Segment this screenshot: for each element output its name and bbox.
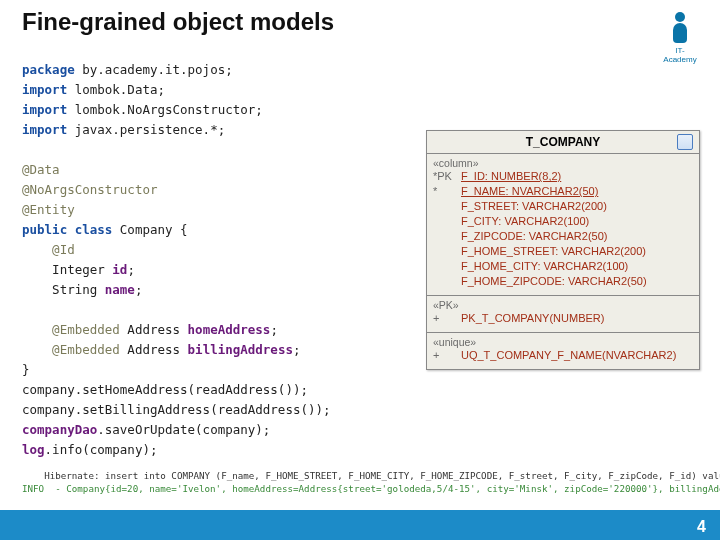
columns-stereotype: «column» xyxy=(433,157,693,169)
table-icon xyxy=(677,134,693,150)
db-column-row: F_HOME_STREET: VARCHAR2(200) xyxy=(433,244,693,259)
db-unique-section: «unique» +UQ_T_COMPANY_F_NAME(NVARCHAR2) xyxy=(427,333,699,369)
page-number: 4 xyxy=(697,518,706,536)
db-column-row: F_HOME_CITY: VARCHAR2(100) xyxy=(433,259,693,274)
logo-label: IT-Academy xyxy=(660,46,700,64)
db-table-header: T_COMPANY xyxy=(427,131,699,154)
db-pk-section: «PK» +PK_T_COMPANY(NUMBER) xyxy=(427,296,699,333)
db-column-row: F_ZIPCODE: VARCHAR2(50) xyxy=(433,229,693,244)
console-line-1: Hibernate: insert into COMPANY (F_name, … xyxy=(44,470,720,481)
db-column-row: F_HOME_ZIPCODE: VARCHAR2(50) xyxy=(433,274,693,289)
bottom-bar xyxy=(0,510,720,540)
logo: IT-Academy xyxy=(660,12,700,60)
db-column-row: *PKF_ID: NUMBER(8,2) xyxy=(433,169,693,184)
console-output: Hibernate: insert into COMPANY (F_name, … xyxy=(22,456,720,508)
db-columns-section: «column» *PKF_ID: NUMBER(8,2)*F_NAME: NV… xyxy=(427,154,699,296)
db-unique-row: +UQ_T_COMPANY_F_NAME(NVARCHAR2) xyxy=(433,348,693,363)
unique-stereotype: «unique» xyxy=(433,336,693,348)
db-table: T_COMPANY «column» *PKF_ID: NUMBER(8,2)*… xyxy=(426,130,700,370)
db-column-row: F_STREET: VARCHAR2(200) xyxy=(433,199,693,214)
db-pk-row: +PK_T_COMPANY(NUMBER) xyxy=(433,311,693,326)
logo-figure xyxy=(671,12,689,44)
code-block: package by.academy.it.pojos; import lomb… xyxy=(22,60,331,460)
db-table-title: T_COMPANY xyxy=(526,135,600,149)
console-line-2: INFO - Company{id=20, name='Ivelon', hom… xyxy=(22,483,720,494)
slide-title: Fine-grained object models xyxy=(22,8,334,36)
slide: Fine-grained object models IT-Academy pa… xyxy=(0,0,720,540)
db-column-row: F_CITY: VARCHAR2(100) xyxy=(433,214,693,229)
db-column-row: *F_NAME: NVARCHAR2(50) xyxy=(433,184,693,199)
pk-stereotype: «PK» xyxy=(433,299,693,311)
